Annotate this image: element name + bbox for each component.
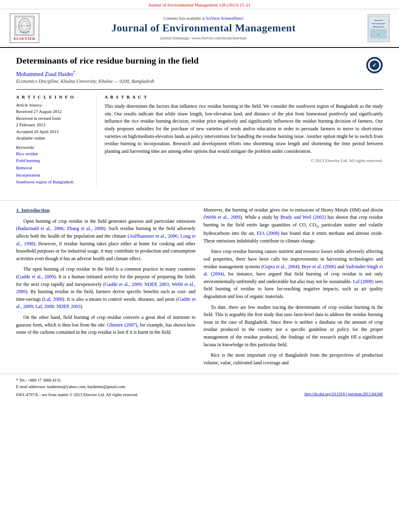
journal-center: Contents lists available at SciVerse Sci… [43, 16, 364, 40]
available-online: Available online [16, 135, 90, 142]
footnote-tel: * Tel.: +880 17 3000 4131. [16, 377, 383, 384]
journal-header: ELSEVIER ELSEVIER Contents lists availab… [0, 9, 399, 48]
intro-para-5: Since crop residue burning causes nutrie… [204, 248, 383, 300]
doi-link[interactable]: http://dx.doi.org/10.1016/j.jenvman.2013… [304, 392, 383, 398]
intro-para-1: Open burning of crop residue in the fiel… [16, 218, 195, 263]
ref-brye[interactable]: Brye et al. (2006) [302, 264, 336, 269]
sciverse-link[interactable]: SciVerse ScienceDirect [206, 16, 244, 21]
svg-text:Journal of: Journal of [374, 19, 383, 21]
ref-gadde2[interactable]: Gadde et al., 2009; NDEP, 2003; Webb et … [16, 281, 195, 295]
copyright-line: © 2013 Elsevier Ltd. All rights reserved… [105, 158, 383, 163]
elsevier-image: ELSEVIER [14, 16, 35, 36]
svg-text:Management: Management [373, 26, 384, 28]
crossmark-icon: ✓ CrossMark [366, 57, 383, 74]
ref-badarinath[interactable]: Badarinath et al., 2006; Zhang et al., 2… [18, 226, 104, 231]
svg-text:128: 128 [377, 34, 380, 36]
article-info-label: A R T I C L E I N F O [16, 94, 90, 99]
history-label: Article history: [16, 103, 90, 107]
ref-webb[interactable]: Webb et al., 2009 [205, 214, 240, 220]
keyword-4[interactable]: Incorporation [16, 172, 90, 179]
journal-title: Journal of Environmental Management [51, 22, 356, 34]
accepted-date: Accepted 20 April 2013 [16, 128, 90, 135]
keyword-3[interactable]: Removal [16, 164, 90, 172]
received-revised-label: Received in revised form [16, 115, 90, 122]
keyword-5[interactable]: Southwest region of Bangladesh [16, 179, 90, 186]
article-info-panel: A R T I C L E I N F O Article history: R… [16, 94, 97, 185]
ref-ghimire[interactable]: Ghimire (2007) [107, 322, 137, 328]
article-title: Determinants of rice residue burning in … [16, 55, 383, 67]
body-col-right: Moreover, the burning of residue gives r… [204, 206, 383, 370]
journal-homepage: journal homepage: www.elsevier.com/locat… [51, 36, 356, 40]
journal-thumbnail: Journal of Environmental Management 128 [364, 14, 393, 42]
elsevier-brand-text: ELSEVIER [14, 37, 35, 41]
keywords-section: Keywords: Rice residue Field burning Rem… [16, 145, 90, 186]
ref-brady[interactable]: Brady and Weil (2002) [280, 214, 326, 220]
sciverse-line: Contents lists available at SciVerse Sci… [51, 16, 356, 21]
footer-bottom: 0301-4797/$ – see front matter © 2013 El… [16, 392, 383, 398]
issn-line: 0301-4797/$ – see front matter © 2013 El… [16, 392, 138, 398]
section-divider [0, 200, 399, 201]
ref-gadde1[interactable]: Gadde et al., 2009 [18, 274, 54, 279]
article-history: Article history: Received 27 August 2012… [16, 103, 90, 142]
author-name: Mohammed Ziaul Haider* [16, 70, 383, 78]
ref-gupta[interactable]: Gupta et al., 2004 [263, 264, 298, 269]
article-info-abstract: A R T I C L E I N F O Article history: R… [16, 89, 383, 185]
intro-para-2: The open burning of crop residue in the … [16, 265, 195, 310]
received-date: Received 27 August 2012 [16, 108, 90, 115]
revised-date: 2 February 2013 [16, 121, 90, 128]
ref-lal1[interactable]: Lal, 2008 [44, 296, 63, 302]
footer: * Tel.: +880 17 3000 4131. E-mail addres… [0, 374, 399, 400]
keyword-2[interactable]: Field burning [16, 157, 90, 164]
paper-content: ✓ CrossMark Determinants of rice residue… [0, 48, 399, 193]
svg-text:✓: ✓ [372, 62, 377, 68]
ref-auffhammer[interactable]: Auffhammer et al., 2006; Long et al., 19… [16, 233, 195, 246]
crossmark-badge: ✓ CrossMark [366, 57, 383, 75]
intro-para-3: On the other hand, field burning of crop… [16, 314, 195, 336]
footnote-email: E-mail addresses: haidermz@yahoo.com, ha… [16, 384, 383, 390]
abstract-text: This study determines the factors that i… [105, 103, 383, 155]
svg-text:Environmental: Environmental [372, 23, 385, 25]
elsevier-logo: ELSEVIER ELSEVIER [6, 13, 43, 43]
svg-text:CrossMark: CrossMark [370, 70, 379, 72]
abstract-label: A B S T R A C T [105, 94, 383, 99]
svg-text:ELSEVIER: ELSEVIER [20, 31, 29, 33]
journal-reference: Journal of Environmental Management 128 … [0, 0, 399, 9]
ref-gadde3[interactable]: Gadde et al., 2009; Lal, 2008; NDEP, 200… [16, 296, 195, 310]
ref-eia[interactable]: EIA (2008) [257, 230, 279, 236]
affiliation: Economics Discipline, Khulna University,… [16, 78, 383, 84]
keyword-1[interactable]: Rice residue [16, 150, 90, 158]
keywords-label: Keywords: [16, 145, 90, 150]
body-text: 1. Introduction Open burning of crop res… [0, 206, 399, 370]
ref-lal2[interactable]: Lal (2008) [353, 279, 374, 284]
intro-para-6: To date, there are few studies tracing t… [204, 304, 383, 349]
abstract-section: A B S T R A C T This study determines th… [105, 94, 383, 185]
intro-para-7: Rice is the most important crop of Bangl… [204, 351, 383, 366]
intro-heading: 1. Introduction [16, 206, 195, 214]
intro-para-4: Moreover, the burning of residue gives r… [204, 206, 383, 245]
body-col-left: 1. Introduction Open burning of crop res… [16, 206, 195, 370]
